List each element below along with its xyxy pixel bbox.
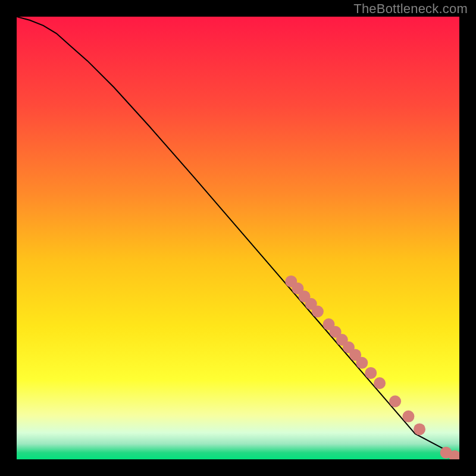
- gradient-background: [17, 17, 459, 459]
- data-point: [389, 396, 401, 408]
- chart-frame: TheBottleneck.com: [0, 0, 476, 476]
- chart-svg: [17, 17, 459, 459]
- attribution-text: TheBottleneck.com: [353, 1, 468, 17]
- data-point: [365, 367, 377, 379]
- data-point: [402, 411, 414, 422]
- data-point: [414, 423, 425, 435]
- data-point: [312, 306, 324, 318]
- data-point: [356, 357, 368, 369]
- plot-area: [17, 17, 459, 459]
- data-point: [374, 377, 386, 389]
